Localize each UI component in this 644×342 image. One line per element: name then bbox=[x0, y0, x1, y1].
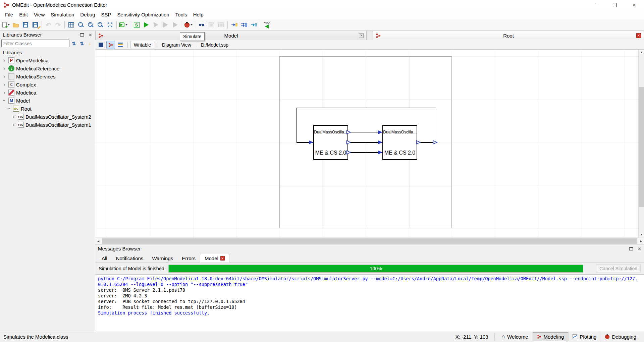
perspective-plotting-button[interactable]: Plotting bbox=[568, 332, 601, 341]
output-port-icon[interactable] bbox=[346, 140, 351, 145]
sort-descending-button[interactable] bbox=[78, 40, 86, 47]
filter-classes-input[interactable] bbox=[1, 40, 69, 47]
menu-sensitivity-optimization[interactable]: Sensitivity Optimization bbox=[114, 10, 172, 19]
output-port-icon[interactable] bbox=[346, 150, 351, 155]
tab-model[interactable]: Model bbox=[95, 31, 367, 40]
text-view-button[interactable] bbox=[116, 41, 125, 49]
library-item-openmodelica[interactable]: OpenModelica bbox=[0, 56, 95, 64]
scrollbar-thumb[interactable] bbox=[102, 238, 637, 244]
show-grid-button[interactable] bbox=[66, 20, 76, 30]
scroll-up-icon[interactable]: ▲ bbox=[639, 50, 644, 55]
close-tab-icon[interactable] bbox=[636, 33, 641, 38]
menu-simulation[interactable]: Simulation bbox=[48, 10, 77, 19]
expand-icon[interactable] bbox=[11, 122, 16, 127]
new-composite-model-button[interactable] bbox=[118, 20, 128, 30]
expand-icon[interactable] bbox=[11, 114, 16, 119]
reset-zoom-button[interactable] bbox=[76, 20, 86, 30]
perspective-modeling-button[interactable]: Modeling bbox=[533, 332, 569, 341]
menu-edit[interactable]: Edit bbox=[16, 10, 31, 19]
scroll-to-class-button[interactable] bbox=[86, 40, 94, 47]
expand-icon[interactable] bbox=[2, 58, 7, 63]
add-bus-button[interactable] bbox=[239, 20, 249, 30]
component-dualmassoscillator-system2[interactable]: DualMassOscilla... ME & CS 2.0 bbox=[382, 125, 417, 160]
menu-file[interactable]: File bbox=[2, 10, 16, 19]
sort-ascending-button[interactable] bbox=[70, 40, 77, 47]
scroll-down-icon[interactable]: ▼ bbox=[639, 232, 644, 237]
expand-icon[interactable] bbox=[2, 90, 7, 95]
scroll-right-icon[interactable]: ▶ bbox=[638, 238, 644, 244]
simulate-button[interactable] bbox=[142, 20, 151, 30]
close-tab-icon[interactable] bbox=[359, 33, 364, 38]
simulate-animation-button[interactable] bbox=[171, 20, 180, 30]
undo-button[interactable] bbox=[44, 20, 53, 30]
menu-debug[interactable]: Debug bbox=[77, 10, 98, 19]
zoom-out-button[interactable]: − bbox=[96, 20, 105, 30]
output-port-icon[interactable] bbox=[346, 130, 351, 134]
library-item-dualmassoscillator-system1[interactable]: DualMassOscillator_System1 bbox=[0, 121, 95, 129]
diagram-view-button[interactable] bbox=[106, 41, 115, 49]
save-as-button[interactable] bbox=[31, 20, 40, 30]
tab-root[interactable]: Root bbox=[373, 31, 644, 40]
add-connector-button[interactable] bbox=[229, 20, 239, 30]
simulation-setup-button[interactable] bbox=[132, 20, 141, 30]
scroll-left-icon[interactable]: ◀ bbox=[95, 238, 101, 244]
expand-icon[interactable] bbox=[2, 82, 7, 87]
connection-line[interactable] bbox=[421, 142, 433, 143]
simulate-transformational-debugger-button[interactable] bbox=[151, 20, 161, 30]
library-item-modelica[interactable]: Modelica bbox=[0, 89, 95, 97]
collapse-icon[interactable] bbox=[7, 106, 11, 111]
connection-line[interactable] bbox=[348, 152, 382, 153]
close-tab-icon[interactable] bbox=[220, 256, 225, 261]
library-item-root[interactable]: Root bbox=[0, 105, 95, 113]
library-item-modelicaservices[interactable]: ModelicaServices bbox=[0, 72, 95, 80]
messages-tab-all[interactable]: All bbox=[97, 254, 112, 263]
open-model-button[interactable] bbox=[11, 20, 20, 30]
connection-line[interactable] bbox=[348, 132, 382, 132]
fit-to-diagram-button[interactable] bbox=[105, 20, 115, 30]
diagram-canvas[interactable]: DualMassOscilla... ME & CS 2.0 DualMassO… bbox=[95, 50, 638, 237]
input-port-icon[interactable] bbox=[378, 130, 383, 134]
cancel-simulation-button[interactable]: Cancel Simulation bbox=[596, 264, 641, 273]
icon-view-button[interactable] bbox=[97, 41, 105, 49]
maximize-button[interactable] bbox=[605, 0, 625, 10]
delete-icon-button[interactable] bbox=[216, 20, 226, 30]
new-model-button[interactable] bbox=[1, 20, 11, 30]
add-system-button[interactable] bbox=[197, 20, 206, 30]
library-item-model[interactable]: Model bbox=[0, 97, 95, 105]
close-button[interactable] bbox=[625, 0, 644, 10]
collapse-icon[interactable] bbox=[2, 98, 7, 103]
output-port-icon[interactable] bbox=[416, 140, 421, 145]
input-port-icon[interactable] bbox=[378, 140, 383, 145]
save-button[interactable] bbox=[21, 20, 30, 30]
debug-button[interactable] bbox=[184, 20, 193, 30]
add-submodel-button[interactable]: FMU bbox=[262, 20, 271, 30]
perspective-welcome-button[interactable]: Welcome bbox=[497, 332, 533, 341]
add-tlm-bus-button[interactable] bbox=[249, 20, 258, 30]
library-item-dualmassoscillator-system2[interactable]: DualMassOscillator_System2 bbox=[0, 113, 95, 121]
float-panel-icon[interactable] bbox=[80, 33, 84, 37]
input-port-icon[interactable] bbox=[309, 140, 314, 145]
simulate-algorithmic-debugger-button[interactable] bbox=[161, 20, 170, 30]
close-panel-icon[interactable] bbox=[89, 32, 92, 38]
library-item-complex[interactable]: Complex bbox=[0, 80, 95, 89]
menu-view[interactable]: View bbox=[31, 10, 48, 19]
expand-icon[interactable] bbox=[2, 74, 7, 79]
menu-tools[interactable]: Tools bbox=[172, 10, 190, 19]
perspective-debugging-button[interactable]: Debugging bbox=[601, 332, 641, 341]
output-port-icon[interactable] bbox=[433, 140, 438, 145]
messages-tab-model[interactable]: Model bbox=[200, 254, 229, 263]
component-dualmassoscillator-system1[interactable]: DualMassOscilla... ME & CS 2.0 bbox=[313, 125, 348, 160]
library-item-modelicareference[interactable]: ModelicaReference bbox=[0, 64, 95, 72]
horizontal-scrollbar[interactable]: ◀ ▶ bbox=[95, 237, 644, 244]
minimize-button[interactable] bbox=[586, 0, 605, 10]
messages-tab-errors[interactable]: Errors bbox=[177, 254, 200, 263]
float-panel-icon[interactable] bbox=[629, 247, 633, 250]
writable-button[interactable]: Writable bbox=[130, 41, 154, 49]
messages-tab-notifications[interactable]: Notifications bbox=[112, 254, 148, 263]
menu-ssp[interactable]: SSP bbox=[98, 10, 114, 19]
connection-line[interactable] bbox=[348, 142, 382, 143]
input-port-icon[interactable] bbox=[378, 150, 383, 155]
add-or-edit-icon-button[interactable] bbox=[207, 20, 216, 30]
menu-help[interactable]: Help bbox=[190, 10, 207, 19]
messages-tab-warnings[interactable]: Warnings bbox=[148, 254, 177, 263]
